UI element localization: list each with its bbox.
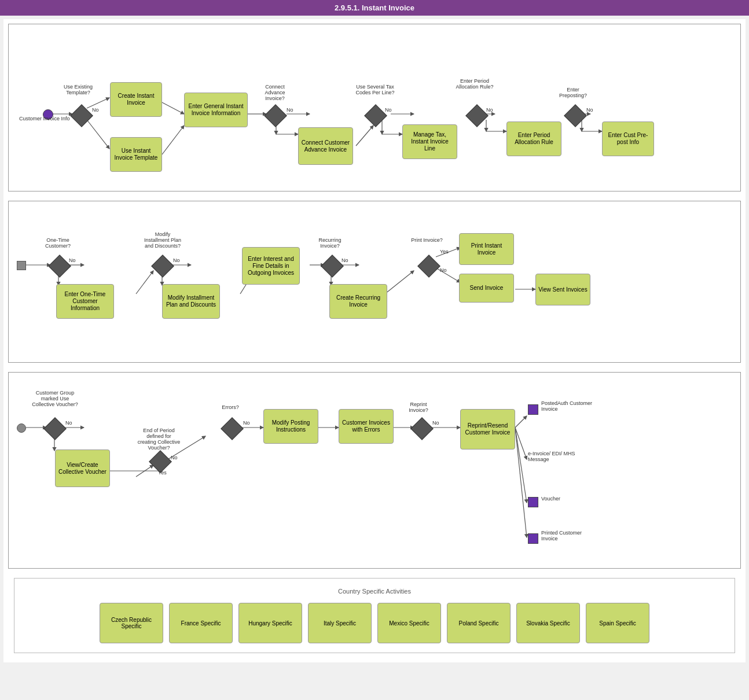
no-label-11: No	[171, 455, 178, 460]
e-invoice-label: e-Invoice/ EDI/ MHS Message	[528, 451, 586, 462]
svg-line-3	[162, 102, 184, 114]
decision-errors	[221, 417, 244, 440]
no-label-9: No	[440, 267, 447, 273]
yes-label-2: Yes	[158, 470, 167, 476]
decision-connect-advance-invoice	[264, 104, 287, 127]
decision-errors-label: Errors?	[216, 404, 245, 410]
modify-installment-plan-box: Modify Installment Plan and Discounts	[162, 284, 220, 319]
country-box-slovakia: Slovakia Specific	[516, 603, 580, 643]
decision-use-existing-template-label: Use Existing Template?	[61, 84, 96, 95]
enter-interest-fine-box: Enter Interest and Fine Details in Outgo…	[242, 247, 300, 285]
no-label-13: No	[432, 420, 439, 426]
section3-start	[17, 423, 26, 433]
no-label-4: No	[486, 107, 493, 113]
svg-line-44	[515, 428, 527, 459]
no-label-2: No	[287, 107, 293, 113]
posted-auth-endpoint	[528, 404, 538, 415]
customer-invoices-errors-box: Customer Invoices with Errors	[339, 409, 394, 444]
voucher-endpoint	[528, 497, 538, 507]
connect-customer-advance-invoice-box: Connect Customer Advance Invoice	[298, 127, 353, 165]
decision-collective-voucher	[43, 417, 67, 440]
printed-customer-invoice-label: Printed Customer Invoice	[541, 530, 593, 541]
decision-one-time-customer	[48, 255, 71, 278]
svg-line-4	[162, 126, 184, 154]
decision-print-invoice	[417, 255, 440, 278]
decision-reprint-invoice	[410, 417, 434, 440]
view-sent-invoices-box: View Sent Invoices	[535, 274, 590, 305]
create-instant-invoice-box: Create Instant Invoice	[110, 82, 162, 117]
decision-end-of-period-label: End of Period defined for creating Colle…	[137, 428, 181, 451]
svg-line-2	[87, 120, 109, 149]
country-box-czech: Czech Republic Specific	[100, 603, 163, 643]
yes-label-1: Yes	[440, 249, 449, 255]
decision-preposting-label: Enter Preposting?	[556, 87, 590, 98]
decision-print-invoice-label: Print Invoice?	[411, 237, 443, 243]
decision-recurring-invoice	[321, 255, 344, 278]
country-box-spain: Spain Specific	[586, 603, 649, 643]
page-title: 2.9.5.1. Instant Invoice	[335, 3, 414, 12]
svg-line-9	[356, 126, 373, 146]
enter-cust-pre-post-box: Enter Cust Pre-post Info	[602, 121, 654, 156]
no-label-10: No	[65, 420, 72, 426]
voucher-label: Voucher	[541, 496, 588, 502]
main-content: Customer Invoice Info Use Existing Templ…	[3, 19, 746, 662]
reprint-resend-customer-invoice-box: Reprint/Resend Customer Invoice	[460, 409, 515, 450]
no-label-3: No	[385, 107, 392, 113]
decision-modify-installment-label: Modify Installment Plan and Discounts?	[142, 231, 183, 249]
decision-enter-preposting	[564, 104, 587, 127]
decision-use-several-tax-codes	[364, 104, 387, 127]
svg-line-36	[136, 465, 153, 477]
country-box-france: France Specific	[169, 603, 233, 643]
svg-line-45	[515, 428, 527, 503]
no-label-12: No	[243, 420, 250, 426]
send-invoice-box: Send Invoice	[459, 274, 514, 303]
no-label-1: No	[92, 107, 99, 113]
decision-recurring-label: Recurring Invoice?	[313, 237, 347, 249]
flow-section-2: One-Time Customer? No Enter One-Time Cus…	[8, 201, 741, 363]
modify-posting-instructions-box: Modify Posting Instructions	[263, 409, 318, 444]
no-label-6: No	[69, 257, 76, 263]
country-box-italy: Italy Specific	[308, 603, 372, 643]
posted-auth-label: PostedAuth Customer Invoice	[541, 400, 599, 412]
decision-reprint-invoice-label: Reprint Invoice?	[401, 401, 436, 413]
svg-line-43	[515, 416, 527, 428]
svg-line-46	[515, 428, 527, 537]
view-create-collective-voucher-box: View/Create Collective Voucher	[55, 450, 110, 487]
svg-line-29	[385, 271, 414, 294]
no-label-5: No	[586, 107, 593, 113]
flow-section-3: Customer Group marked Use Collective Vou…	[8, 372, 741, 569]
no-label-8: No	[342, 257, 348, 263]
decision-period-alloc-label: Enter Period Allocation Rule?	[454, 78, 495, 90]
enter-period-allocation-rule-box: Enter Period Allocation Rule	[506, 121, 561, 156]
no-label-7: No	[173, 257, 180, 263]
title-bar: 2.9.5.1. Instant Invoice	[0, 0, 749, 16]
country-box-hungary: Hungary Specific	[238, 603, 302, 643]
decision-collective-voucher-label: Customer Group marked Use Collective Vou…	[32, 390, 78, 407]
svg-line-22	[136, 271, 153, 294]
country-specific-section: Country Specific Activities Czech Republ…	[14, 578, 735, 653]
country-box-mexico: Mexico Specific	[377, 603, 441, 643]
decision-connect-advance-label: Connect Advance Invoice?	[255, 84, 295, 101]
printed-customer-invoice-endpoint	[528, 533, 538, 544]
print-instant-invoice-box: Print Instant Invoice	[459, 233, 514, 265]
flow-section-1: Customer Invoice Info Use Existing Templ…	[8, 24, 741, 191]
use-instant-invoice-template-box: Use Instant Invoice Template	[110, 137, 162, 172]
decision-modify-installment	[151, 255, 174, 278]
country-box-poland: Poland Specific	[447, 603, 511, 643]
enter-general-instant-invoice-box: Enter General Instant Invoice Informatio…	[184, 93, 248, 127]
enter-one-time-customer-box: Enter One-Time Customer Information	[56, 284, 114, 319]
country-section-title: Country Specific Activities	[24, 588, 725, 595]
customer-invoice-info-label: Customer Invoice Info	[19, 116, 70, 121]
create-recurring-invoice-box: Create Recurring Invoice	[329, 284, 387, 319]
manage-tax-box: Manage Tax, Instant Invoice Line	[402, 124, 457, 159]
decision-one-time-label: One-Time Customer?	[41, 237, 75, 249]
decision-enter-period-allocation	[465, 104, 489, 127]
decision-use-existing-template	[70, 104, 93, 127]
decision-use-several-tax-label: Use Several Tax Codes Per Line?	[355, 84, 395, 95]
country-boxes-container: Czech Republic Specific France Specific …	[24, 603, 725, 643]
section2-start	[17, 261, 26, 270]
